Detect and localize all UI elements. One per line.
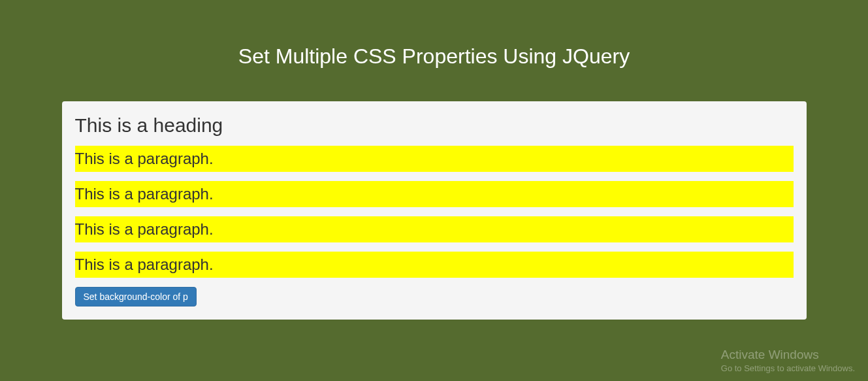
windows-activation-watermark: Activate Windows Go to Settings to activ…	[721, 348, 855, 373]
paragraph-item: This is a paragraph.	[75, 216, 794, 242]
page-title: Set Multiple CSS Properties Using JQuery	[0, 0, 868, 101]
content-panel: This is a heading This is a paragraph. T…	[62, 101, 807, 320]
paragraph-item: This is a paragraph.	[75, 181, 794, 207]
content-heading: This is a heading	[75, 114, 794, 137]
paragraph-item: This is a paragraph.	[75, 146, 794, 172]
paragraph-item: This is a paragraph.	[75, 252, 794, 278]
set-background-button[interactable]: Set background-color of p	[75, 287, 197, 306]
watermark-title: Activate Windows	[721, 348, 855, 362]
watermark-subtitle: Go to Settings to activate Windows.	[721, 363, 855, 373]
